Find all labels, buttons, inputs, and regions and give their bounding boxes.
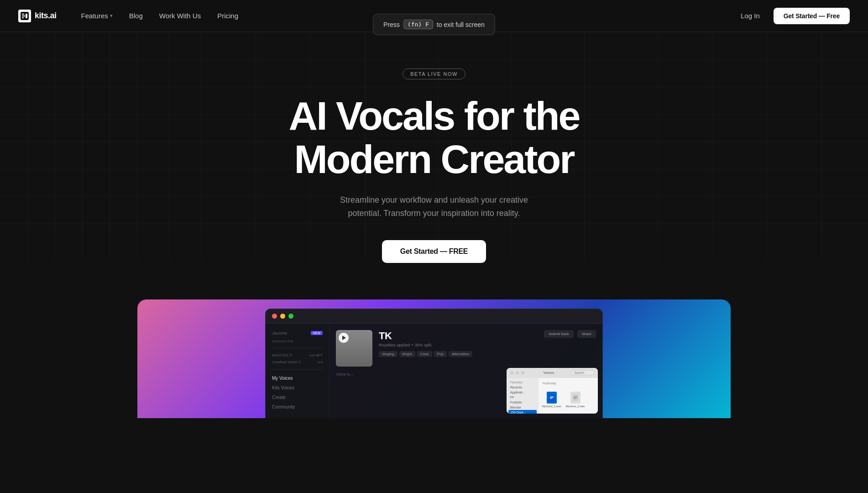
fm-dot-3 [521,371,524,374]
app-sidebar: Jasmine NEW Universe Fisi MINUTES ©4.6 N… [266,324,329,418]
fm-sidebar-150-dark[interactable]: 150-Dark... [508,410,537,414]
window-close-button[interactable] [272,314,277,319]
fm-sidebar-recents[interactable]: Recents [508,385,537,390]
fm-date-label: Yesterday [542,382,556,385]
chevron-down-icon: ▾ [110,13,113,19]
beta-badge: BETA LIVE NOW [403,68,465,79]
window-titlebar [266,309,602,324]
fm-file-icon-1 [547,392,557,404]
fm-dot-1 [510,371,513,374]
nav-link-blog[interactable]: Blog [123,8,149,23]
hero-content: BETA LIVE NOW AI Vocals for the Modern C… [229,32,639,263]
tag-singing: Singing [379,351,397,357]
track-info: TK Royalties applied + 30% split Singing… [379,330,596,357]
file-manager-body: Favorites Recents Applicati... FF Portfo… [507,378,598,414]
sidebar-item-kits-voices[interactable]: Kits Voices [266,383,329,393]
fm-file-name-2: MyVoice_2.wav [566,405,585,408]
fm-file-1[interactable]: MyVoice_1.wav [542,392,561,408]
submit-track-button[interactable]: Submit track [544,330,573,338]
hero-subtitle: Streamline your workflow and unleash you… [324,194,544,220]
file-manager-files: MyVoice_1.wav [542,392,585,408]
get-started-hero-button[interactable]: Get Started — FREE [382,240,486,263]
nav-link-work-with-us[interactable]: Work With Us [153,8,207,23]
track-meta: Royalties applied + 30% split [379,343,472,347]
sidebar-badge: NEW [311,331,323,335]
file-manager-main: Yesterday [539,378,598,414]
sidebar-voice-label: Jasmine [272,331,288,336]
fm-sidebar-favorites: Favorites [508,380,537,385]
nav-right: Log In Get Started — Free [734,8,850,24]
get-started-nav-button[interactable]: Get Started — Free [774,8,850,24]
logo-text: kits.ai [35,11,57,21]
logo[interactable]: kits.ai [18,10,57,22]
fm-sidebar-portfolio[interactable]: Portfolio [508,400,537,405]
hero-section: BETA LIVE NOW AI Vocals for the Modern C… [0,0,868,493]
sidebar-divider-2 [272,369,323,370]
sidebar-characters-row: CHARACTERS ©4.5 [266,359,329,366]
fm-sidebar-ff[interactable]: FF [508,395,537,400]
play-button[interactable] [339,333,349,343]
nav-links: Features ▾ Blog Work With Us Pricing [75,8,245,23]
fm-sidebar-applications[interactable]: Applicati... [508,390,537,395]
fm-dot-2 [516,371,519,374]
file-manager-search[interactable] [571,370,594,375]
nav-link-features[interactable]: Features ▾ [75,8,119,23]
sidebar-divider [272,348,323,348]
fm-file-2[interactable]: MyVoice_2.wav [566,392,585,408]
svg-rect-1 [26,14,27,18]
file-manager-header: Voices [507,368,598,378]
sidebar-minutes-row: MINUTES ©4.6 NFT [266,352,329,359]
sidebar-item-my-voices[interactable]: My Voices [266,373,329,383]
window-body: Jasmine NEW Universe Fisi MINUTES ©4.6 N… [266,324,602,418]
app-window: Jasmine NEW Universe Fisi MINUTES ©4.6 N… [265,309,603,418]
keyboard-key-badge: (fn) F [403,20,433,29]
fm-file-icon-2 [570,392,580,404]
sidebar-item-create[interactable]: Create [266,393,329,402]
track-name: TK [379,330,472,342]
hero-title: AI Vocals for the Modern Creator [229,94,639,181]
window-minimize-button[interactable] [280,314,285,319]
nav-link-pricing[interactable]: Pricing [211,8,245,23]
fullscreen-toast: Press (fn) F to exit full screen [373,14,495,35]
track-thumbnail [336,330,372,367]
share-button[interactable]: Share [577,330,596,338]
file-manager-title: Voices [528,371,569,375]
tag-clear: Clear [417,351,432,357]
window-maximize-button[interactable] [288,314,293,319]
fm-sidebar-blender[interactable]: Blender [508,405,537,410]
sidebar-item-community[interactable]: Community [266,402,329,412]
nav-left: kits.ai Features ▾ Blog Work With Us Pri… [18,8,245,23]
tag-pop: Pop [434,351,447,357]
tag-alternative: Alternative [449,351,472,357]
app-main-content: TK Royalties applied + 30% split Singing… [329,324,602,418]
play-icon [342,336,346,340]
sidebar-voice-sub: Universe Fisi [266,338,329,344]
fm-file-name-1: MyVoice_1.wav [542,405,561,408]
track-tags: Singing Bright Clear Pop Alternative [379,351,472,357]
file-manager-sidebar: Favorites Recents Applicati... FF Portfo… [507,378,539,414]
tag-bright: Bright [399,351,415,357]
login-button[interactable]: Log In [734,8,766,23]
logo-icon [18,10,31,22]
file-manager-panel: Voices Favorites Recents Applicati... FF… [507,368,598,414]
app-preview-area: Jasmine NEW Universe Fisi MINUTES ©4.6 N… [0,290,868,418]
